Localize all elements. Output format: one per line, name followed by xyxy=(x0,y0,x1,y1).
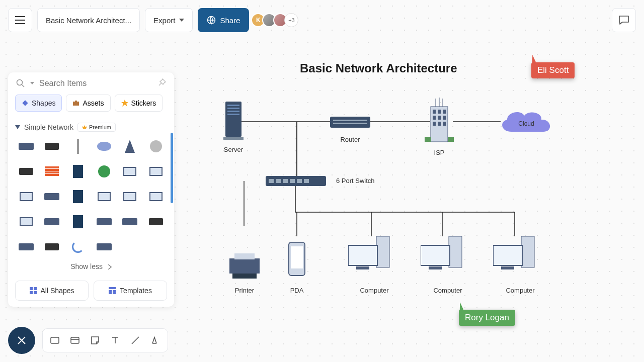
shape-item[interactable] xyxy=(15,186,37,207)
shape-item[interactable] xyxy=(93,161,115,182)
svg-rect-22 xyxy=(333,120,367,121)
shape-item[interactable] xyxy=(67,136,89,157)
shape-item[interactable] xyxy=(119,211,141,232)
search-input[interactable] xyxy=(39,79,153,88)
shape-item[interactable] xyxy=(67,211,89,232)
bottom-toolbar xyxy=(8,327,168,354)
shape-item[interactable] xyxy=(41,211,63,232)
svg-rect-31 xyxy=(433,122,436,126)
shape-item[interactable] xyxy=(41,186,63,207)
svg-rect-2 xyxy=(22,100,28,106)
menu-button[interactable] xyxy=(8,8,32,32)
switch-node[interactable] xyxy=(266,176,326,188)
computer-node[interactable] xyxy=(493,236,537,280)
shape-item[interactable] xyxy=(119,136,141,157)
svg-rect-25 xyxy=(433,110,436,114)
all-shapes-button[interactable]: All Shapes xyxy=(15,281,89,301)
svg-rect-9 xyxy=(109,287,116,289)
shape-item[interactable] xyxy=(41,136,63,157)
line-tool[interactable] xyxy=(129,334,141,346)
svg-rect-58 xyxy=(521,236,534,267)
node-label: Server xyxy=(218,146,249,153)
svg-rect-54 xyxy=(356,266,369,269)
svg-rect-52 xyxy=(376,236,389,267)
svg-rect-8 xyxy=(34,291,37,294)
shape-item[interactable] xyxy=(41,161,63,182)
svg-rect-47 xyxy=(229,258,260,274)
rectangle-tool[interactable] xyxy=(49,334,61,346)
svg-rect-49 xyxy=(232,274,257,279)
tab-shapes[interactable]: Shapes xyxy=(15,95,62,112)
collapse-icon xyxy=(15,125,20,129)
tab-stickers[interactable]: Stickers xyxy=(115,95,163,112)
note-tool[interactable] xyxy=(89,334,101,346)
shape-item[interactable] xyxy=(145,186,167,207)
svg-rect-41 xyxy=(269,179,274,183)
avatar-more[interactable]: +3 xyxy=(284,13,298,27)
close-button[interactable] xyxy=(8,327,35,354)
comment-button[interactable] xyxy=(612,8,636,32)
svg-rect-5 xyxy=(30,287,33,290)
svg-rect-32 xyxy=(438,122,441,126)
card-tool[interactable] xyxy=(69,334,81,346)
svg-rect-6 xyxy=(34,287,37,290)
shape-item[interactable] xyxy=(145,136,167,157)
shape-item[interactable] xyxy=(93,211,115,232)
server-node[interactable] xyxy=(223,102,244,140)
printer-node[interactable] xyxy=(225,251,264,282)
node-label: Computer xyxy=(500,287,540,294)
shape-item[interactable] xyxy=(93,136,115,157)
shape-item[interactable] xyxy=(67,161,89,182)
shape-item[interactable] xyxy=(67,186,89,207)
svg-rect-13 xyxy=(71,337,79,343)
computer-node[interactable] xyxy=(421,236,465,280)
svg-rect-33 xyxy=(443,122,446,126)
close-icon xyxy=(17,336,26,345)
star-icon xyxy=(121,100,128,107)
pda-node[interactable] xyxy=(287,242,307,278)
computer-node[interactable] xyxy=(348,236,392,280)
shape-item[interactable] xyxy=(41,236,63,257)
svg-rect-59 xyxy=(493,245,522,265)
node-label: 6 Port Switch xyxy=(336,177,391,185)
diagram-title[interactable]: Basic Network Architecture xyxy=(300,61,457,75)
briefcase-icon xyxy=(72,100,79,107)
category-header[interactable]: Simple Network Premium xyxy=(8,118,174,136)
shape-item[interactable] xyxy=(119,186,141,207)
isp-node[interactable] xyxy=(422,98,457,148)
search-icon xyxy=(16,79,25,88)
svg-rect-7 xyxy=(30,291,33,294)
svg-rect-19 xyxy=(227,114,239,115)
shape-item[interactable] xyxy=(119,161,141,182)
collaborator-avatars[interactable]: K +3 xyxy=(254,13,298,27)
pen-tool[interactable] xyxy=(149,334,162,346)
svg-rect-26 xyxy=(438,110,441,114)
shape-item[interactable] xyxy=(93,236,115,257)
svg-rect-11 xyxy=(113,290,116,294)
shape-item[interactable] xyxy=(15,211,37,232)
shape-item[interactable] xyxy=(145,211,167,232)
svg-rect-15 xyxy=(225,102,242,137)
shape-item[interactable] xyxy=(145,161,167,182)
shape-item[interactable] xyxy=(15,236,37,257)
document-title[interactable]: Basic Network Architect... xyxy=(37,8,140,32)
cloud-node[interactable]: Cloud xyxy=(496,107,556,140)
pin-icon[interactable] xyxy=(158,78,166,88)
svg-rect-16 xyxy=(227,105,239,106)
shape-item[interactable] xyxy=(15,161,37,182)
export-button[interactable]: Export xyxy=(145,8,193,32)
svg-rect-44 xyxy=(290,179,295,183)
tab-assets[interactable]: Assets xyxy=(66,95,110,112)
show-less-button[interactable]: Show less xyxy=(8,257,174,276)
share-button[interactable]: Share xyxy=(198,8,249,32)
router-node[interactable] xyxy=(330,114,370,132)
panel-scrollbar[interactable] xyxy=(171,133,173,203)
shape-item[interactable] xyxy=(15,136,37,157)
templates-button[interactable]: Templates xyxy=(94,281,167,301)
shape-item[interactable] xyxy=(67,236,89,257)
text-tool[interactable] xyxy=(109,334,121,346)
node-label: PDA xyxy=(285,287,309,294)
panel-tabs: Shapes Assets Stickers xyxy=(8,95,174,118)
shape-item[interactable] xyxy=(93,186,115,207)
svg-rect-56 xyxy=(421,245,450,265)
